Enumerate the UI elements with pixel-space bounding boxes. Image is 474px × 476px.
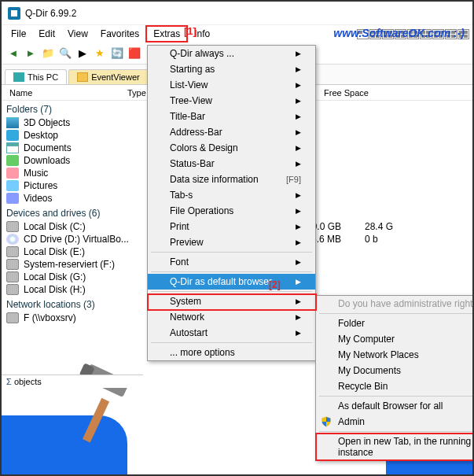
submenu-item-label: My Documents (338, 365, 401, 376)
pc-icon (13, 72, 24, 82)
menu-item[interactable]: ... more options (148, 345, 315, 360)
menu-item-label: Status-Bar (170, 158, 215, 169)
submenu-arrow-icon: ▶ (296, 238, 301, 246)
item-name: Downloads (24, 155, 157, 166)
submenu-item[interactable]: My Computer (316, 331, 474, 347)
submenu-item-label: As default Browser for all (338, 400, 443, 411)
submenu-item-label: Folder (338, 318, 365, 329)
menu-item[interactable]: Data size information[F9] (148, 172, 315, 187)
submenu-item-label: Open in new Tab, in the running instance (338, 436, 474, 458)
item-name: Pictures (24, 180, 157, 191)
item-icon (6, 312, 19, 323)
tab-eventviewer[interactable]: EventViewer (68, 69, 149, 84)
item-name: 3D Objects (24, 117, 157, 128)
item-name: Local Disk (E:) (24, 246, 157, 257)
callout-1: [1] (184, 25, 197, 37)
menu-item[interactable]: Q-Dir as default browser▶ (148, 274, 315, 290)
watermark: www.SoftwareOK.com :-) (333, 27, 465, 39)
submenu-item[interactable]: My Documents (316, 363, 474, 378)
submenu-arrow-icon: ▶ (296, 97, 301, 105)
submenu-arrow-icon: ▶ (296, 81, 301, 89)
submenu-arrow-icon: ▶ (296, 207, 301, 215)
submenu-item-label: Do you have administrative rights? (338, 298, 474, 309)
menu-item-label: Print (170, 221, 189, 232)
menu-item[interactable]: Starting as▶ (148, 61, 315, 77)
menu-file[interactable]: File (5, 27, 32, 41)
item-icon (6, 155, 19, 166)
menu-item[interactable]: Font▶ (148, 254, 315, 270)
titlebar: Q-Dir 6.99.2 (2, 2, 472, 25)
item-name: Music (24, 168, 157, 179)
menu-item-label: Q-Dir as default browser (170, 276, 272, 287)
item-icon (6, 168, 19, 179)
menu-item[interactable]: Q-Dir always ...▶ (148, 46, 315, 61)
shortcut: [F9] (286, 175, 301, 184)
item-icon (6, 234, 19, 245)
submenu-item[interactable]: Admin (316, 414, 474, 430)
shield-icon (321, 416, 332, 427)
item-name: Videos (24, 193, 157, 204)
submenu-item-label: My Network Places (338, 349, 419, 360)
tab-label: EventViewer (91, 72, 140, 82)
star-icon[interactable]: ★ (93, 46, 107, 61)
menu-item[interactable]: Tab-s▶ (148, 187, 315, 203)
item-icon (6, 246, 19, 257)
menu-item[interactable]: Status-Bar▶ (148, 156, 315, 172)
submenu-item[interactable]: Folder (316, 315, 474, 331)
menu-item[interactable]: Colors & Design▶ (148, 140, 315, 156)
item-free: 0 b (365, 234, 381, 245)
menu-item[interactable]: File Operations▶ (148, 203, 315, 219)
item-icon (6, 180, 19, 191)
menu-item[interactable]: System▶ (148, 293, 315, 309)
menu-extras[interactable]: Extras (145, 25, 188, 42)
submenu-arrow-icon: ▶ (296, 297, 301, 305)
menu-item-label: Tree-View (170, 95, 212, 106)
menu-item[interactable]: Print▶ (148, 219, 315, 234)
menu-item-label: Colors & Design (170, 142, 238, 153)
menu-view[interactable]: View (61, 27, 94, 41)
hammer-icon (49, 350, 143, 445)
item-icon (6, 271, 19, 282)
menu-item[interactable]: Title-Bar▶ (148, 109, 315, 124)
submenu-item[interactable]: Recycle Bin (316, 378, 474, 394)
submenu-arrow-icon: ▶ (296, 313, 301, 321)
separator (151, 252, 312, 253)
menu-item[interactable]: Preview▶ (148, 234, 315, 250)
col-name[interactable]: Name (6, 87, 124, 99)
forward-icon[interactable]: ► (24, 46, 38, 61)
col-free[interactable]: Free Space (321, 87, 468, 99)
submenu-item-label: Admin (338, 416, 365, 427)
menu-item[interactable]: Autostart▶ (148, 325, 315, 341)
item-icon (6, 117, 19, 128)
menu-item[interactable]: Network▶ (148, 309, 315, 325)
up-icon[interactable]: 📁 (41, 46, 55, 61)
menu-item-label: Data size information (170, 174, 259, 185)
tab-this-pc[interactable]: This PC (5, 69, 67, 84)
submenu-arrow-icon: ▶ (296, 128, 301, 136)
menu-item[interactable]: Tree-View▶ (148, 93, 315, 109)
menu-item-label: Preview (170, 237, 204, 248)
menu-favorites[interactable]: Favorites (94, 27, 145, 41)
item-name: Documents (24, 142, 157, 153)
menu-item[interactable]: Address-Bar▶ (148, 124, 315, 140)
app-icon (8, 7, 20, 20)
submenu-item[interactable]: My Network Places (316, 347, 474, 363)
menu-item-label: Autostart (170, 327, 208, 338)
menu-item-label: System (170, 296, 201, 307)
svg-rect-0 (83, 398, 109, 443)
status-bar: Σ objects (2, 375, 143, 388)
item-name: System-reserviert (F:) (24, 259, 157, 270)
search-icon[interactable]: 🔍 (58, 46, 72, 61)
refresh-icon[interactable]: 🔄 (110, 46, 124, 61)
action-icon[interactable]: 🟥 (127, 46, 141, 61)
submenu-item[interactable]: Open in new Tab, in the running instance… (316, 434, 474, 460)
back-icon[interactable]: ◄ (6, 46, 20, 61)
extras-dropdown[interactable]: Q-Dir always ...▶Starting as▶List-View▶T… (147, 45, 316, 361)
submenu-item[interactable]: As default Browser for all (316, 398, 474, 414)
menu-item[interactable]: List-View▶ (148, 77, 315, 93)
menu-edit[interactable]: Edit (32, 27, 61, 41)
default-browser-submenu[interactable]: Do you have administrative rights?Folder… (315, 295, 474, 461)
run-icon[interactable]: ▶ (75, 46, 90, 61)
menu-item-label: Starting as (170, 64, 215, 75)
submenu-arrow-icon: ▶ (296, 258, 301, 266)
